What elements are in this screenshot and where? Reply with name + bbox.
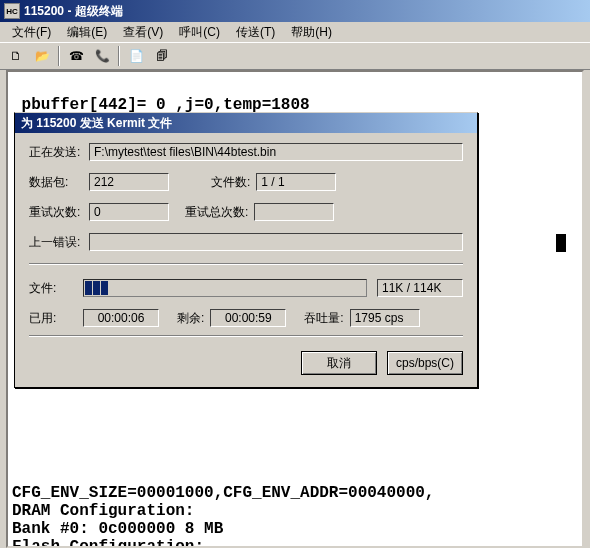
menu-file[interactable]: 文件(F) xyxy=(4,22,59,43)
open-icon[interactable]: 📂 xyxy=(30,45,54,67)
last-error-field xyxy=(89,233,463,251)
send-icon[interactable]: 📄 xyxy=(124,45,148,67)
menu-view[interactable]: 查看(V) xyxy=(115,22,171,43)
label-file: 文件: xyxy=(29,280,83,297)
label-packet: 数据包: xyxy=(29,174,89,191)
divider xyxy=(29,263,463,265)
menu-transfer[interactable]: 传送(T) xyxy=(228,22,283,43)
window-titlebar: HC 115200 - 超级终端 xyxy=(0,0,590,22)
separator xyxy=(118,46,120,66)
app-icon: HC xyxy=(4,3,20,19)
label-elapsed: 已用: xyxy=(29,310,83,327)
toolbar: 🗋 📂 ☎ 📞 📄 🗐 xyxy=(0,42,590,70)
sending-path-field: F:\mytest\test files\BIN\44btest.bin xyxy=(89,143,463,161)
menubar: 文件(F) 编辑(E) 查看(V) 呼叫(C) 传送(T) 帮助(H) xyxy=(0,22,590,42)
divider xyxy=(29,335,463,337)
separator xyxy=(58,46,60,66)
label-remaining: 剩余: xyxy=(177,310,204,327)
cpsbps-button[interactable]: cps/bps(C) xyxy=(387,351,463,375)
label-last-error: 上一错误: xyxy=(29,234,89,251)
menu-edit[interactable]: 编辑(E) xyxy=(59,22,115,43)
progress-chunk xyxy=(101,281,108,295)
menu-call[interactable]: 呼叫(C) xyxy=(171,22,228,43)
label-retries-total: 重试总次数: xyxy=(185,204,248,221)
retries-total-field xyxy=(254,203,334,221)
kermit-send-dialog: 为 115200 发送 Kermit 文件 正在发送: F:\mytest\te… xyxy=(14,112,478,388)
elapsed-field: 00:00:06 xyxy=(83,309,159,327)
label-files: 文件数: xyxy=(211,174,250,191)
disconnect-icon[interactable]: 📞 xyxy=(90,45,114,67)
dialog-titlebar: 为 115200 发送 Kermit 文件 xyxy=(15,113,477,133)
progress-chunk xyxy=(93,281,100,295)
window-title: 115200 - 超级终端 xyxy=(24,3,123,20)
progress-bar xyxy=(83,279,367,297)
files-field: 1 / 1 xyxy=(256,173,336,191)
packet-field: 212 xyxy=(89,173,169,191)
label-sending: 正在发送: xyxy=(29,144,89,161)
new-doc-icon[interactable]: 🗋 xyxy=(4,45,28,67)
dialog-title-text: 为 115200 发送 Kermit 文件 xyxy=(21,115,172,132)
connect-icon[interactable]: ☎ xyxy=(64,45,88,67)
remaining-field: 00:00:59 xyxy=(210,309,286,327)
text-cursor xyxy=(556,234,566,252)
label-retries: 重试次数: xyxy=(29,204,89,221)
file-progress-field: 11K / 114K xyxy=(377,279,463,297)
cancel-button[interactable]: 取消 xyxy=(301,351,377,375)
menu-help[interactable]: 帮助(H) xyxy=(283,22,340,43)
retries-field: 0 xyxy=(89,203,169,221)
props-icon[interactable]: 🗐 xyxy=(150,45,174,67)
progress-chunk xyxy=(85,281,92,295)
label-throughput: 吞吐量: xyxy=(304,310,343,327)
terminal-bottom-text: CFG_ENV_SIZE=00001000,CFG_ENV_ADDR=00040… xyxy=(12,484,434,548)
throughput-field: 1795 cps xyxy=(350,309,420,327)
